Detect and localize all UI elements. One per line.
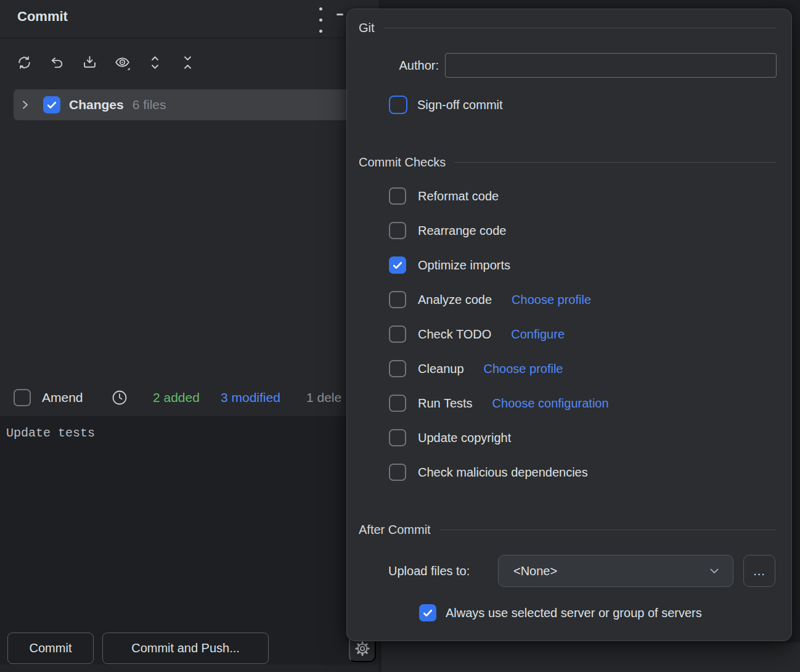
check-row-rearrange-code[interactable]: Rearrange code — [389, 221, 791, 240]
git-section-header: Git — [359, 19, 777, 36]
run-tests-checkbox[interactable] — [389, 395, 406, 412]
amend-label: Amend — [42, 379, 83, 416]
commit-button[interactable]: Commit — [7, 633, 94, 664]
choose-profile-link[interactable]: Choose profile — [512, 293, 591, 307]
signoff-label: Sign-off commit — [417, 98, 503, 112]
more-options-icon[interactable] — [315, 6, 326, 34]
changes-checkbox[interactable] — [43, 96, 60, 113]
commit-options-row: Amend 2 added 3 modified 1 dele — [0, 379, 379, 416]
rearrange-code-checkbox[interactable] — [389, 222, 406, 239]
commit-options-popup: Git Author: Sign-off commit Commit Check… — [346, 9, 792, 641]
upload-target-value: <None> — [513, 564, 557, 578]
stat-modified: 3 modified — [221, 379, 280, 416]
commit-message-text[interactable]: Update tests — [6, 426, 95, 440]
cleanup-checkbox[interactable] — [389, 360, 406, 377]
check-label: Run Tests — [418, 396, 473, 411]
changes-label: Changes — [69, 97, 124, 112]
chevron-right-icon[interactable] — [18, 98, 32, 112]
rollback-icon[interactable] — [48, 54, 65, 71]
panel-title: Commit — [17, 9, 68, 25]
commit-and-push-button[interactable]: Commit and Push... — [102, 633, 269, 664]
signoff-row[interactable]: Sign-off commit — [389, 96, 791, 114]
expand-all-icon[interactable] — [146, 54, 163, 71]
check-todo-checkbox[interactable] — [389, 326, 406, 343]
always-use-server-label: Always use selected server or group of s… — [446, 606, 702, 620]
upload-files-label: Upload files to: — [388, 564, 498, 578]
choose-configuration-link[interactable]: Choose configuration — [492, 396, 609, 411]
hide-icon[interactable] — [337, 14, 343, 15]
check-row-check-todo[interactable]: Check TODO Configure — [389, 325, 791, 343]
check-row-update-copyright[interactable]: Update copyright — [389, 428, 791, 447]
author-label: Author: — [347, 59, 439, 73]
always-use-server-checkbox[interactable] — [419, 604, 436, 621]
chevron-down-icon — [707, 563, 722, 578]
diff-preview-eye-icon[interactable] — [113, 54, 131, 71]
check-row-reformat-code[interactable]: Reformat code — [389, 187, 791, 205]
amend-checkbox[interactable] — [14, 389, 31, 406]
analyze-code-checkbox[interactable] — [389, 291, 406, 308]
commit-toolbar — [0, 38, 196, 86]
changes-file-count: 6 files — [133, 97, 166, 112]
check-label: Check malicious dependencies — [418, 465, 588, 480]
check-row-analyze-code[interactable]: Analyze code Choose profile — [389, 290, 791, 309]
upload-files-row: Upload files to: <None> ... — [388, 555, 791, 587]
check-row-optimize-imports[interactable]: Optimize imports — [389, 256, 791, 274]
signoff-checkbox[interactable] — [389, 96, 407, 114]
commit-checks-section-header: Commit Checks — [359, 154, 777, 171]
collapse-all-icon[interactable] — [179, 54, 196, 71]
check-label: Optimize imports — [418, 258, 510, 272]
choose-profile-link[interactable]: Choose profile — [484, 362, 563, 376]
optimize-imports-checkbox[interactable] — [389, 256, 406, 274]
check-row-cleanup[interactable]: Cleanup Choose profile — [389, 359, 791, 378]
commit-checks-section-title: Commit Checks — [359, 155, 446, 170]
reformat-code-checkbox[interactable] — [389, 187, 406, 205]
commit-panel-header: Commit — [0, 0, 379, 38]
configure-link[interactable]: Configure — [511, 327, 565, 342]
check-label: Check TODO — [418, 327, 491, 342]
clock-icon[interactable] — [111, 389, 128, 406]
git-section-title: Git — [359, 21, 375, 35]
commit-tool-window: Commit — [0, 0, 380, 672]
section-divider — [454, 162, 777, 163]
shelve-icon[interactable] — [81, 54, 98, 71]
stat-added: 2 added — [153, 379, 200, 416]
check-label: Analyze code — [418, 293, 492, 307]
commit-message-editor[interactable]: Update tests Commit Commit and Push... — [0, 416, 379, 665]
check-row-run-tests[interactable]: Run Tests Choose configuration — [389, 394, 791, 412]
after-commit-section-title: After Commit — [359, 523, 431, 537]
always-use-server-row[interactable]: Always use selected server or group of s… — [419, 604, 791, 621]
author-input[interactable] — [445, 53, 777, 78]
after-commit-section-header: After Commit — [359, 521, 777, 538]
check-malicious-dependencies-checkbox[interactable] — [389, 464, 406, 481]
section-divider — [439, 530, 777, 530]
check-row-check-malicious-dependencies[interactable]: Check malicious dependencies — [389, 463, 791, 481]
window-bottom-edge — [0, 665, 379, 672]
upload-target-dropdown[interactable]: <None> — [498, 555, 733, 587]
update-copyright-checkbox[interactable] — [389, 429, 406, 446]
author-row: Author: — [347, 53, 777, 78]
gear-icon — [354, 640, 371, 657]
check-label: Reformat code — [418, 189, 499, 203]
check-label: Update copyright — [418, 431, 511, 445]
stat-deleted: 1 dele — [306, 379, 341, 416]
refresh-icon[interactable] — [15, 54, 33, 71]
changes-tree-row[interactable]: Changes 6 files — [14, 89, 371, 120]
check-label: Rearrange code — [418, 224, 506, 238]
browse-servers-button[interactable]: ... — [743, 555, 775, 587]
section-divider — [383, 28, 777, 28]
editor-area — [382, 642, 800, 672]
check-label: Cleanup — [418, 362, 464, 376]
